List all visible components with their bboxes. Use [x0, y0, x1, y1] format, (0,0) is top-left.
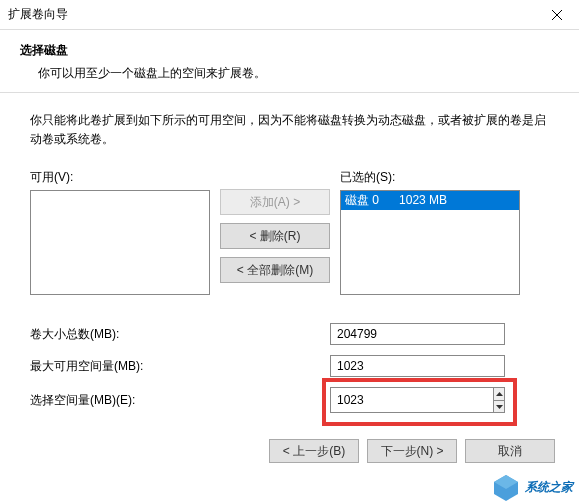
watermark-text: 系统之家 — [525, 479, 573, 496]
size-fields: 卷大小总数(MB): 204799 最大可用空间量(MB): 1023 选择空间… — [30, 323, 549, 413]
select-space-spinner[interactable] — [330, 387, 505, 413]
select-space-label: 选择空间量(MB)(E): — [30, 392, 330, 409]
max-space-row: 最大可用空间量(MB): 1023 — [30, 355, 549, 377]
available-listbox[interactable] — [30, 190, 210, 295]
wizard-header: 选择磁盘 你可以用至少一个磁盘上的空间来扩展卷。 — [0, 30, 579, 92]
chevron-down-icon — [496, 405, 503, 409]
selected-column: 已选的(S): 磁盘 0 1023 MB — [340, 169, 520, 295]
max-space-label: 最大可用空间量(MB): — [30, 358, 330, 375]
add-button[interactable]: 添加(A) > — [220, 189, 330, 215]
window-title: 扩展卷向导 — [0, 6, 68, 23]
chevron-up-icon — [496, 392, 503, 396]
cancel-button[interactable]: 取消 — [465, 439, 555, 463]
list-item[interactable]: 磁盘 0 1023 MB — [341, 191, 519, 210]
next-button[interactable]: 下一步(N) > — [367, 439, 457, 463]
page-title: 选择磁盘 — [20, 42, 559, 59]
spin-down-button[interactable] — [494, 401, 504, 413]
selected-listbox[interactable]: 磁盘 0 1023 MB — [340, 190, 520, 295]
remove-all-button[interactable]: < 全部删除(M) — [220, 257, 330, 283]
content-area: 你只能将此卷扩展到如下所示的可用空间，因为不能将磁盘转换为动态磁盘，或者被扩展的… — [0, 93, 579, 423]
spin-up-button[interactable] — [494, 388, 504, 401]
titlebar: 扩展卷向导 — [0, 0, 579, 30]
remove-button[interactable]: < 删除(R) — [220, 223, 330, 249]
wizard-footer: < 上一步(B) 下一步(N) > 取消 — [0, 423, 579, 479]
transfer-buttons: 添加(A) > < 删除(R) < 全部删除(M) — [220, 169, 330, 283]
disk-lists-row: 可用(V): 添加(A) > < 删除(R) < 全部删除(M) 已选的(S):… — [30, 169, 549, 295]
available-column: 可用(V): — [30, 169, 210, 295]
close-button[interactable] — [534, 0, 579, 30]
disk-name: 磁盘 0 — [345, 193, 379, 207]
total-size-label: 卷大小总数(MB): — [30, 326, 330, 343]
selected-label: 已选的(S): — [340, 169, 520, 186]
back-button[interactable]: < 上一步(B) — [269, 439, 359, 463]
page-subtitle: 你可以用至少一个磁盘上的空间来扩展卷。 — [20, 65, 559, 82]
close-icon — [552, 10, 562, 20]
total-size-value: 204799 — [330, 323, 505, 345]
total-size-row: 卷大小总数(MB): 204799 — [30, 323, 549, 345]
disk-size: 1023 MB — [399, 193, 447, 207]
max-space-value: 1023 — [330, 355, 505, 377]
spin-buttons — [493, 388, 504, 412]
select-space-row: 选择空间量(MB)(E): — [30, 387, 549, 413]
available-label: 可用(V): — [30, 169, 210, 186]
select-space-input[interactable] — [331, 388, 493, 412]
instruction-text: 你只能将此卷扩展到如下所示的可用空间，因为不能将磁盘转换为动态磁盘，或者被扩展的… — [30, 111, 549, 149]
